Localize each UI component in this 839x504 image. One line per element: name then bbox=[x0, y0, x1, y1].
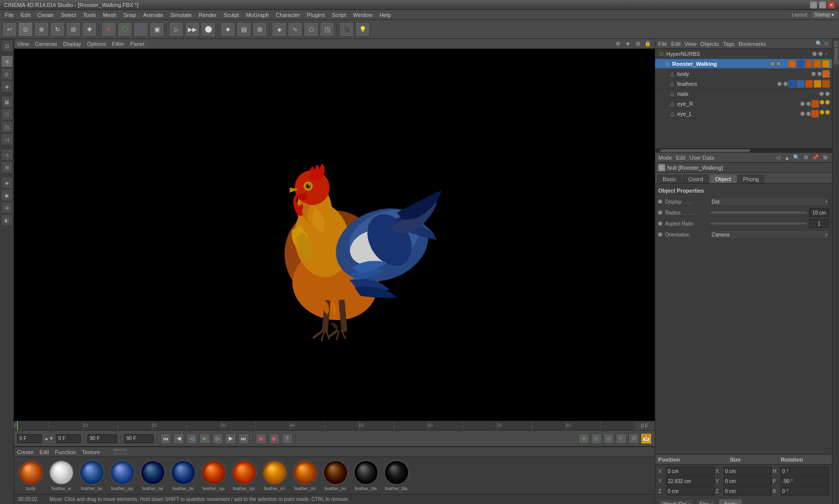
am-aspectratio-slider[interactable] bbox=[710, 223, 807, 225]
toolbar-scale[interactable]: ⊞ bbox=[66, 22, 81, 37]
om-bookmarks[interactable]: Bookmarks bbox=[739, 41, 766, 47]
menu-mograph[interactable]: MoGraph bbox=[243, 11, 272, 19]
btn-auto-key[interactable]: ⏺ bbox=[269, 433, 280, 444]
btn-rotate-icon[interactable]: ◎ bbox=[591, 433, 602, 444]
coord-x-size[interactable]: 0 cm bbox=[724, 467, 772, 476]
maximize-button[interactable]: □ bbox=[819, 1, 826, 8]
left-tool-4[interactable]: ◈ bbox=[1, 80, 13, 92]
toolbar-deform[interactable]: ◳ bbox=[320, 22, 335, 37]
mat-item-3[interactable]: feather_spi bbox=[108, 460, 136, 491]
am-icon-settings[interactable]: ⚙ bbox=[802, 154, 810, 162]
toolbar-play[interactable]: ▷ bbox=[169, 22, 184, 37]
menu-character[interactable]: Character bbox=[273, 11, 303, 19]
mat-function[interactable]: Function bbox=[55, 449, 76, 455]
btn-timeline-icon[interactable]: 📅 bbox=[641, 433, 652, 444]
mat-item-12[interactable]: feather_bla bbox=[383, 460, 410, 491]
menu-plugins[interactable]: Plugins bbox=[304, 11, 328, 19]
om-settings-icon[interactable]: ⚙ bbox=[824, 40, 829, 47]
vp-icon-1[interactable]: ⊕ bbox=[614, 40, 622, 48]
vp-view[interactable]: View bbox=[17, 41, 29, 47]
timeline-ruler[interactable]: 0102030405060708090 bbox=[14, 421, 635, 430]
am-select-display[interactable]: Dot ▾ bbox=[710, 197, 829, 206]
toolbar-nurbs[interactable]: ◈ bbox=[272, 22, 287, 37]
coord-z-size[interactable]: 0 cm bbox=[724, 487, 772, 496]
mat-item-2[interactable]: feather_tai bbox=[78, 460, 105, 491]
left-tool-8[interactable]: ◁ bbox=[1, 133, 13, 145]
toolbar-live-selection[interactable]: ⊙ bbox=[18, 22, 33, 37]
layout-tab-cinema4d[interactable]: Cinema 4D bbox=[833, 39, 839, 66]
btn-key-all[interactable]: ? bbox=[282, 433, 293, 444]
toolbar-light[interactable]: 💡 bbox=[355, 22, 370, 37]
left-tool-6[interactable]: ⬡ bbox=[1, 108, 13, 120]
om-edit[interactable]: Edit bbox=[671, 41, 681, 47]
am-radius-slider[interactable] bbox=[710, 212, 807, 214]
coord-dropdown-1[interactable]: Object [Rel▾ bbox=[658, 499, 694, 504]
btn-prev-frame[interactable]: ◁ bbox=[186, 433, 197, 444]
toolbar-render2[interactable]: ▤ bbox=[236, 22, 251, 37]
am-icon-search[interactable]: 🔍 bbox=[793, 154, 801, 162]
toolbar-record[interactable]: ⚪ bbox=[201, 22, 216, 37]
btn-play[interactable]: ▶ bbox=[199, 433, 210, 444]
btn-next-key[interactable]: ▶ bbox=[225, 433, 236, 444]
menu-file[interactable]: File bbox=[2, 11, 17, 19]
vp-filter[interactable]: Filter bbox=[112, 41, 124, 47]
menu-render[interactable]: Render bbox=[196, 11, 220, 19]
mat-item-1[interactable]: feather_w bbox=[47, 460, 75, 491]
btn-move-icon[interactable]: ⊕ bbox=[578, 433, 589, 444]
left-tool-7[interactable]: ◳ bbox=[1, 121, 13, 133]
mat-item-8[interactable]: feather_ori bbox=[261, 460, 288, 491]
menu-snap[interactable]: Snap bbox=[120, 11, 139, 19]
end-frame-1[interactable]: 90 F bbox=[87, 434, 117, 443]
menu-animate[interactable]: Animate bbox=[140, 11, 166, 19]
left-tool-5[interactable]: ▦ bbox=[1, 96, 13, 108]
frame-input[interactable]: 0 F bbox=[56, 434, 81, 443]
toolbar-render[interactable]: ■ bbox=[220, 22, 235, 37]
left-tool-14[interactable]: ◐ bbox=[1, 214, 13, 226]
toolbar-move[interactable]: ⊕ bbox=[34, 22, 49, 37]
coord-y-size[interactable]: 0 cm bbox=[724, 477, 772, 486]
mat-item-11[interactable]: feather_ble bbox=[352, 460, 380, 491]
btn-param-icon[interactable]: P bbox=[616, 433, 627, 444]
apply-button[interactable]: Apply bbox=[719, 499, 742, 504]
toolbar-z-axis[interactable]: Z bbox=[133, 22, 148, 37]
left-tool-9[interactable]: ∿ bbox=[1, 149, 13, 161]
btn-first-frame[interactable]: ⏮ bbox=[160, 433, 171, 444]
am-select-orientation[interactable]: Camera ▾ bbox=[710, 230, 829, 239]
current-frame-field[interactable]: 0 F bbox=[17, 434, 42, 443]
menu-simulate[interactable]: Simulate bbox=[167, 11, 195, 19]
left-tool-12[interactable]: ◉ bbox=[1, 189, 13, 201]
menu-edit[interactable]: Edit bbox=[18, 11, 33, 19]
coord-x-pos[interactable]: 0 cm bbox=[666, 467, 715, 476]
am-tab-phong[interactable]: Phong bbox=[738, 175, 765, 183]
btn-next-frame[interactable]: ▷ bbox=[212, 433, 223, 444]
menu-select[interactable]: Select bbox=[58, 11, 79, 19]
timeline-bar[interactable]: 0102030405060708090 0 F bbox=[14, 421, 655, 431]
menu-mesh[interactable]: Mesh bbox=[100, 11, 119, 19]
menu-create[interactable]: Create bbox=[34, 11, 57, 19]
end-frame-2[interactable]: 90 F bbox=[124, 434, 154, 443]
coord-z-pos[interactable]: 0 cm bbox=[666, 487, 715, 496]
am-mode[interactable]: Mode bbox=[658, 155, 672, 161]
coord-y-pos[interactable]: 22.602 cm bbox=[666, 477, 715, 486]
toolbar-y-axis[interactable]: 〇 bbox=[117, 22, 132, 37]
mat-texture[interactable]: Texture bbox=[82, 449, 100, 455]
mat-item-5[interactable]: feather_tai bbox=[169, 460, 197, 491]
toolbar-play2[interactable]: ▶▶ bbox=[185, 22, 200, 37]
btn-scale-icon[interactable]: ◎ bbox=[603, 433, 614, 444]
mat-item-0[interactable]: body bbox=[17, 460, 44, 491]
toolbar-add[interactable]: ✚ bbox=[82, 22, 97, 37]
am-icon-forward[interactable]: ▲ bbox=[783, 154, 791, 162]
btn-grid-icon[interactable]: ⊞ bbox=[628, 433, 639, 444]
menu-script[interactable]: Script bbox=[329, 11, 349, 19]
am-icon-more[interactable]: ⊞ bbox=[821, 154, 829, 162]
vp-cameras[interactable]: Cameras bbox=[35, 41, 57, 47]
vp-icon-lock[interactable]: 🔒 bbox=[644, 40, 652, 48]
left-tool-1[interactable]: ⊡ bbox=[1, 40, 13, 52]
om-row-eyeR[interactable]: △ eye_R bbox=[655, 99, 832, 109]
mat-item-9[interactable]: feather_ori bbox=[291, 460, 319, 491]
coord-h-rot[interactable]: 0 ° bbox=[781, 467, 829, 476]
toolbar-cam[interactable]: 🎥 bbox=[339, 22, 354, 37]
toolbar-rotate[interactable]: ↻ bbox=[50, 22, 65, 37]
am-userdata[interactable]: User Data bbox=[690, 155, 715, 161]
vp-display[interactable]: Display bbox=[63, 41, 81, 47]
